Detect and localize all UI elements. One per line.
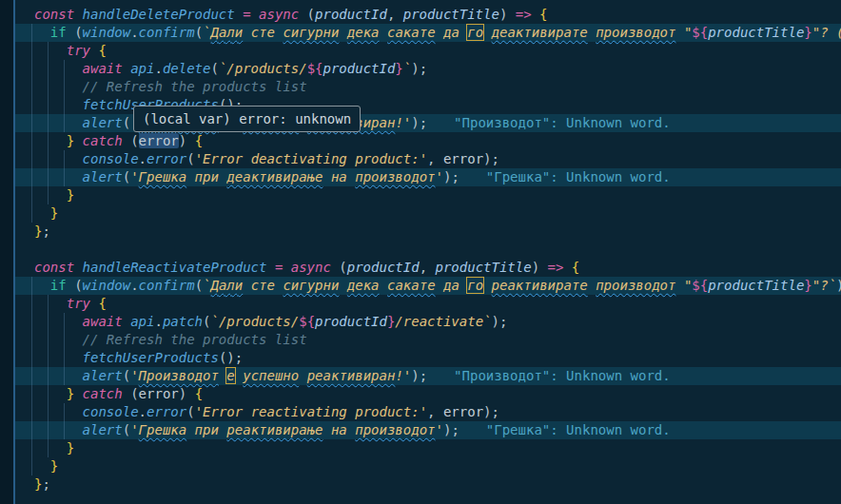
token: error [443,151,483,166]
code-line[interactable]: await api.delete(`/products/${productId}… [0,60,841,78]
token [34,79,83,94]
code-line[interactable]: const handleReactivateProduct = async (p… [0,259,841,277]
code-line[interactable]: } [0,439,841,457]
indent-guide [31,42,32,60]
code-line[interactable]: } [0,457,841,475]
token: } [50,458,58,474]
indent-guide [64,150,65,168]
token [186,133,194,148]
code-line[interactable] [0,241,841,259]
code-line[interactable]: console.error('Error deactivating produc… [0,150,841,168]
token: Дали [211,25,244,40]
code-line[interactable]: alert('Грешка при реактивирање на произв… [0,421,841,439]
token [186,386,194,401]
code-line[interactable]: const handleDeleteProduct = async (produ… [0,6,841,24]
token: catch [83,386,123,401]
token: } [67,187,74,203]
code-area[interactable]: const handleDeleteProduct = async (produ… [0,6,841,494]
indent-guide [48,186,49,204]
indent-guide [31,114,32,132]
code-line[interactable]: alert('Грешка при деактивирање на произв… [0,168,841,186]
token: ); [483,404,499,419]
code-line[interactable]: // Refresh the products list [0,78,841,96]
indent-guide [48,367,49,385]
token: api [130,61,154,76]
indent-guide [31,403,32,421]
code-line[interactable]: try { [0,295,841,313]
token: сакате [387,25,436,40]
token: error [139,133,179,148]
token: } [804,278,812,293]
code-line[interactable]: if (window.confirm(`Дали сте сигурни дек… [0,24,841,42]
token: error [147,151,186,166]
token: " [675,25,692,40]
token: деактивирање [226,169,323,184]
indent-guide [31,277,32,295]
token: `/products/ [210,314,299,329]
token: . [130,25,138,40]
token: 'Error deactivating product:' [195,151,427,166]
token: ${ [692,278,708,293]
token: сакате [387,278,436,293]
token: catch [83,133,123,148]
token: ${ [299,314,315,329]
token: } [67,440,74,456]
token [34,187,67,203]
token: const [34,260,83,275]
code-line[interactable]: } [0,204,841,223]
token [299,368,306,383]
code-line[interactable]: console.error('Error reactivating produc… [0,403,841,421]
code-line[interactable]: // Refresh the products list [0,331,841,349]
code-line[interactable]: } [0,186,841,204]
token: ); [411,115,427,130]
code-line[interactable]: fetchUserProducts(); [0,96,841,114]
token: производот [355,422,435,437]
token: производот [355,169,435,184]
token: ); [411,368,427,383]
indent-guide [48,42,49,60]
code-line[interactable]: if (window.confirm(`Дали сте сигурни дек… [0,277,841,295]
token: , [420,260,436,275]
indent-guide [31,421,32,439]
token: error [443,404,483,419]
token [34,368,83,383]
code-line[interactable]: }; [0,475,841,494]
indent-guide [48,385,49,403]
token [34,169,83,184]
token: } [50,205,58,221]
token: try [67,43,90,58]
code-line[interactable]: } catch (error) { [0,385,841,403]
token [34,422,83,437]
token: productTitle [435,260,531,275]
code-line[interactable]: } catch (error) { [0,132,841,150]
code-line[interactable]: try { [0,42,841,60]
token: сигурни [283,278,339,293]
indent-guide [48,403,49,421]
indent-guide [64,367,65,385]
token: на [323,169,356,184]
token [483,278,491,293]
indent-guide [48,78,49,96]
token: ( [123,368,130,383]
token: да [436,278,468,293]
token: = [275,260,291,275]
token: !' [395,115,411,130]
token: "? [812,278,829,293]
code-line[interactable]: fetchUserProducts(); [0,349,841,367]
code-line[interactable]: alert('Производот е успешно деактивиран!… [0,114,841,132]
token: { [539,7,547,22]
inline-diagnostic-message: "Грешка": Unknown word. [486,169,671,184]
code-line[interactable]: alert('Производот е успешно реактивиран!… [0,367,841,385]
token: patch [163,314,203,329]
token: го [467,25,483,40]
code-line[interactable]: }; [0,223,841,241]
token [123,386,130,401]
token: ( [186,404,194,419]
token: console [83,151,139,166]
token [339,278,346,293]
token [235,368,243,383]
indent-guide [64,114,65,132]
code-line[interactable]: await api.patch(`/products/${productId}/… [0,313,841,331]
token [34,386,67,401]
token: => [548,260,572,275]
